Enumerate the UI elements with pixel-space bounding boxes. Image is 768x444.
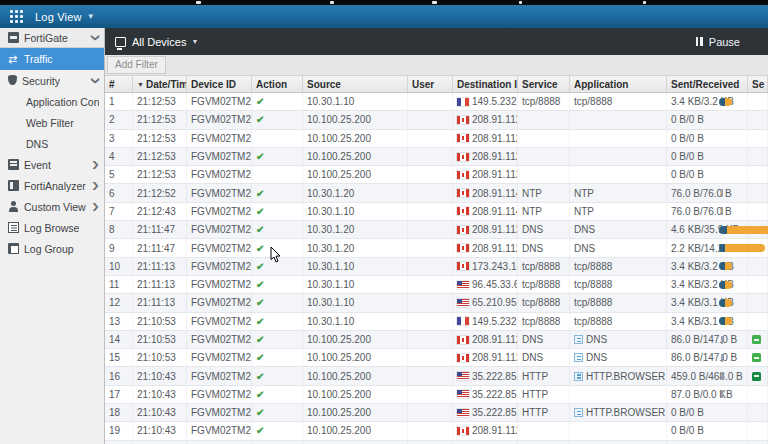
pause-button[interactable]: Pause bbox=[696, 36, 740, 48]
destination-ip-text: 208.91.112.52 bbox=[472, 425, 518, 436]
fr-flag-icon bbox=[457, 317, 469, 325]
column-header-service[interactable]: Service bbox=[518, 76, 570, 92]
sidebar-item-security[interactable]: Security❯ bbox=[0, 70, 104, 91]
table-row[interactable]: 1521:10:53FGVM02TM20003...✔10.100.25.200… bbox=[105, 349, 768, 367]
sent-received-text: 0 B/0 B bbox=[671, 151, 704, 162]
cell-service bbox=[518, 130, 570, 147]
sent-received-text: 76.0 B/76.0 B bbox=[671, 206, 732, 217]
sidebar-item-web-filter[interactable]: Web Filter bbox=[0, 112, 104, 133]
table-row[interactable]: 1421:10:53FGVM02TM20003...✔10.100.25.200… bbox=[105, 331, 768, 349]
apps-grid-icon[interactable] bbox=[10, 10, 23, 23]
application-icon bbox=[574, 408, 583, 417]
table-row[interactable]: 1921:10:43FGVM02TM20003...✔10.100.25.200… bbox=[105, 422, 768, 440]
sidebar-item-application-control[interactable]: Application Control bbox=[0, 91, 104, 112]
cell-destination-ip: 208.91.112.52 bbox=[453, 422, 518, 439]
fr-flag-icon bbox=[457, 98, 469, 106]
cell-service: tcp/8888 bbox=[518, 93, 570, 110]
sidebar-item-event[interactable]: Event❯ bbox=[0, 154, 104, 175]
cell-user bbox=[408, 367, 453, 384]
cell-device-id: FGVM02TM20003... bbox=[187, 422, 252, 439]
column-header-user[interactable]: User bbox=[408, 76, 453, 92]
table-row[interactable]: 321:12:53FGVM02TM20003...10.100.25.20020… bbox=[105, 130, 768, 148]
cell-application bbox=[570, 166, 667, 183]
table-row[interactable]: 1321:10:53FGVM02TM20003...✔10.30.1.10149… bbox=[105, 313, 768, 331]
ca-flag-icon bbox=[457, 116, 469, 124]
cell-date-time: 21:10:43 bbox=[133, 441, 187, 444]
table-row[interactable]: 721:12:43FGVM02TM20003...✔10.30.1.10208.… bbox=[105, 203, 768, 221]
cell-application: DNS bbox=[570, 221, 667, 238]
table-row[interactable]: 121:12:53FGVM02TM20003...✔10.30.1.10149.… bbox=[105, 93, 768, 111]
log-view-menu[interactable]: Log View bbox=[35, 11, 82, 23]
traffic-bar bbox=[719, 244, 765, 252]
cell-application bbox=[570, 148, 667, 165]
column-header--[interactable]: # bbox=[105, 76, 133, 92]
cell-application bbox=[570, 386, 667, 403]
destination-ip-text: 35.222.85.5 bbox=[472, 371, 518, 382]
clipped-text-fragment bbox=[519, 1, 522, 4]
sent-received-text: 0 B/0 B bbox=[671, 114, 704, 125]
cell-application: tcp/8888 bbox=[570, 258, 667, 275]
clipped-text-fragment bbox=[643, 1, 646, 4]
column-header-source[interactable]: Source bbox=[303, 76, 408, 92]
sidebar-item-traffic[interactable]: Traffic bbox=[0, 48, 104, 70]
cell-user bbox=[408, 166, 453, 183]
table-header: #▼Date/TimeDevice IDActionSourceUserDest… bbox=[105, 76, 768, 93]
table-row[interactable]: 1121:11:13FGVM02TM20003...✔10.30.1.1096.… bbox=[105, 276, 768, 294]
destination-ip-text: 149.5.232.18 bbox=[472, 96, 518, 107]
table-row[interactable]: 1021:11:13FGVM02TM20003...✔10.30.1.10173… bbox=[105, 258, 768, 276]
cell-row-number: 14 bbox=[105, 331, 133, 348]
cell-device-id: FGVM02TM20003... bbox=[187, 313, 252, 330]
sidebar-item-dns[interactable]: DNS bbox=[0, 133, 104, 154]
ca-flag-icon bbox=[457, 262, 469, 270]
cell-application: HTTP.BROWSER bbox=[570, 367, 667, 384]
table-row[interactable]: 2021:10:43FGVM02TM20003...✔10.100.25.200… bbox=[105, 441, 768, 444]
sidebar-item-label: Security bbox=[22, 75, 60, 87]
cell-device-id: FGVM02TM20003... bbox=[187, 184, 252, 201]
table-row[interactable]: 221:12:53FGVM02TM20003...✔10.100.25.2002… bbox=[105, 111, 768, 129]
cell-security-event bbox=[748, 166, 768, 183]
column-header-date-time[interactable]: ▼Date/Time bbox=[133, 76, 187, 92]
us-flag-icon bbox=[457, 409, 469, 417]
cell-source: 10.30.1.10 bbox=[303, 203, 408, 220]
column-header-action[interactable]: Action bbox=[252, 76, 303, 92]
table-row[interactable]: 1721:10:43FGVM02TM20003...✔10.100.25.200… bbox=[105, 386, 768, 404]
sidebar-item-custom-view[interactable]: Custom View❯ bbox=[0, 196, 104, 217]
sidebar-item-log-group[interactable]: Log Group bbox=[0, 238, 104, 259]
table-row[interactable]: 1621:10:43FGVM02TM20003...✔10.100.25.200… bbox=[105, 367, 768, 385]
column-header-device-id[interactable]: Device ID bbox=[187, 76, 252, 92]
sidebar-item-log-browse[interactable]: Log Browse bbox=[0, 217, 104, 238]
all-devices-label: All Devices bbox=[132, 36, 186, 48]
table-row[interactable]: 521:12:53FGVM02TM20003...10.100.25.20020… bbox=[105, 166, 768, 184]
cell-user bbox=[408, 184, 453, 201]
sidebar-items: FortiGate❯TrafficSecurity❯Application Co… bbox=[0, 28, 104, 259]
cell-device-id: FGVM02TM20003... bbox=[187, 130, 252, 147]
cell-row-number: 4 bbox=[105, 148, 133, 165]
table-row[interactable]: 421:12:53FGVM02TM20003...✔10.100.25.2002… bbox=[105, 148, 768, 166]
cell-user bbox=[408, 294, 453, 311]
cell-source: 10.100.25.200 bbox=[303, 441, 408, 444]
column-header-application[interactable]: Application bbox=[570, 76, 667, 92]
column-header-sent-received[interactable]: Sent/Received bbox=[667, 76, 748, 92]
column-header-se[interactable]: Se bbox=[748, 76, 768, 92]
column-header-destination-ip[interactable]: Destination IP bbox=[453, 76, 518, 92]
sidebar-item-fortianalyzer[interactable]: FortiAnalyzer❯ bbox=[0, 175, 104, 196]
cell-sent-received: 86.0 B/147.0 B bbox=[667, 349, 748, 366]
table-row[interactable]: 1221:11:13FGVM02TM20003...✔10.30.1.1065.… bbox=[105, 294, 768, 312]
add-filter-button[interactable]: Add Filter bbox=[107, 56, 166, 74]
table-row[interactable]: 921:11:47FGVM02TM20003...✔10.30.1.20208.… bbox=[105, 239, 768, 257]
table-row[interactable]: 1821:10:43FGVM02TM20003...✔10.100.25.200… bbox=[105, 404, 768, 422]
accept-check-icon: ✔ bbox=[256, 407, 264, 418]
cell-service: tcp/8888 bbox=[518, 258, 570, 275]
destination-ip-text: 208.91.112.52 bbox=[472, 133, 518, 144]
cell-row-number: 11 bbox=[105, 276, 133, 293]
table-row[interactable]: 821:11:47FGVM02TM20003...✔10.30.1.20208.… bbox=[105, 221, 768, 239]
cell-source: 10.30.1.10 bbox=[303, 313, 408, 330]
sidebar-item-fortigate[interactable]: FortiGate❯ bbox=[0, 28, 104, 48]
all-devices-dropdown[interactable]: All Devices ▼ bbox=[115, 36, 198, 48]
ca-flag-icon bbox=[457, 427, 469, 435]
cell-security-event bbox=[748, 148, 768, 165]
clipped-text-fragment bbox=[330, 1, 334, 4]
table-row[interactable]: 621:12:52FGVM02TM20003...✔10.30.1.20208.… bbox=[105, 184, 768, 202]
cell-application: tcp/8888 bbox=[570, 93, 667, 110]
destination-ip-text: 96.45.33.68 bbox=[472, 279, 518, 290]
